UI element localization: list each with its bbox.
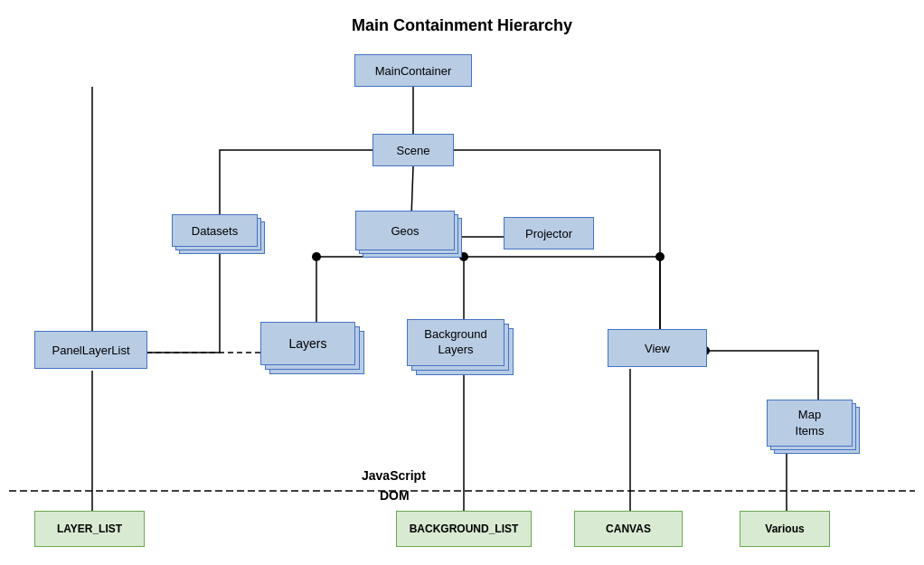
node-wrapper-map-items: MapItems [767,400,862,459]
node-wrapper-geos: Geos [355,211,464,258]
node-wrapper-layers: Layers [260,322,364,376]
svg-point-3 [312,252,321,261]
node-view: View [608,329,707,367]
dom-node-canvas: CANVAS [574,511,683,547]
node-background-layers: BackgroundLayers [407,319,504,366]
page-title: Main Containment Hierarchy [0,16,924,35]
node-main-container: MainContainer [354,54,472,87]
dom-node-various: Various [740,511,830,547]
node-scene: Scene [372,134,454,166]
svg-point-5 [655,252,665,261]
node-map-items: MapItems [767,400,853,447]
node-wrapper-datasets: Datasets [172,214,262,250]
node-projector: Projector [504,217,594,250]
diagram-container: Main Containment Hierarchy [0,0,924,565]
dom-node-layer-list: LAYER_LIST [34,511,145,547]
node-layers: Layers [260,322,355,365]
dom-label: DOM [380,488,410,503]
node-panel-layer-list: PanelLayerList [34,331,147,369]
node-datasets: Datasets [172,214,258,247]
dom-node-background-list: BACKGROUND_LIST [396,511,532,547]
node-geos: Geos [355,211,455,250]
javascript-label: JavaScript [362,468,426,483]
node-wrapper-background-layers: BackgroundLayers [407,319,515,381]
svg-line-1 [411,166,413,217]
